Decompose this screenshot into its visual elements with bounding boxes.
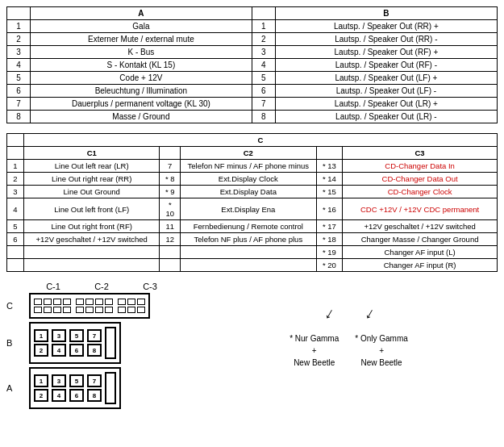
row-label-b: Lautsp. / Speaker Out (LF) - <box>275 85 497 98</box>
pin-b: 5 <box>69 329 84 342</box>
diagram-area: C-1 C-2 C-3 C <box>6 282 498 443</box>
row-c3: Changer Masse / Changer Ground <box>343 233 498 246</box>
row-c2: Telefon NF minus / AF phone minus <box>181 160 317 173</box>
table-row: 6 Beleuchtung / Illumination 6 Lautsp. /… <box>7 85 498 98</box>
pin-a: 6 <box>69 389 84 402</box>
pin-a: 3 <box>52 374 66 387</box>
row-c3-num: * 18 <box>316 233 343 246</box>
pin <box>127 299 135 305</box>
row-b-block: B 1 3 5 7 2 4 6 8 <box>6 322 200 364</box>
row-c3-num: * 17 <box>316 220 343 233</box>
row-c-block: C <box>6 293 200 319</box>
section-c: C C1 C2 C3 1 Line Out left rear (LR) 7 T… <box>6 133 498 272</box>
pin <box>63 307 71 313</box>
row-c1: Line Out left rear (LR) <box>23 160 160 173</box>
pin <box>137 307 145 313</box>
row-c1: Line Out left front (LF) <box>23 198 160 220</box>
row-num-a: 6 <box>7 85 31 98</box>
row-num-b: 8 <box>252 111 275 123</box>
row-label-a: K - Bus <box>30 46 252 59</box>
pin <box>34 307 42 313</box>
label-row-b: B <box>6 338 29 348</box>
pin <box>118 307 126 313</box>
row-c1: +12V geschaltet / +12V switched <box>23 233 160 246</box>
row-label-b: Lautsp. / Speaker Out (LR) - <box>275 111 497 123</box>
row-c2: Ext.Display Data <box>181 186 317 198</box>
pin <box>95 299 103 305</box>
table-row: 1 Gala 1 Lautsp. / Speaker Out (RR) + <box>7 20 498 33</box>
pin <box>85 307 94 313</box>
pin-a: 4 <box>52 389 66 402</box>
arrow-left: ↑ <box>320 305 336 325</box>
note-german: * Nur Gamma + New Beetle <box>289 332 339 369</box>
row-num-c: 4 <box>7 198 24 220</box>
row-c1: Line Out right front (RF) <box>23 220 160 233</box>
row-label-b: Lautsp. / Speaker Out (RF) - <box>275 59 497 72</box>
note-german-line3: New Beetle <box>289 357 339 369</box>
row-c2: Fernbedienung / Remote control <box>181 220 317 233</box>
row-num-b: 5 <box>252 72 275 85</box>
row-c2-num: * 8 <box>160 173 181 186</box>
table-row: 3 Line Out Ground * 9 Ext.Display Data *… <box>7 186 498 198</box>
pin <box>44 299 52 305</box>
row-a-block: A 1 3 5 7 2 4 6 8 <box>6 367 200 409</box>
row-label-a: S - Kontakt (KL 15) <box>30 59 252 72</box>
table-row: 4 Line Out left front (LF) * 10 Ext.Disp… <box>7 198 498 220</box>
row-num-a: 1 <box>7 20 31 33</box>
row-num-c: 1 <box>7 160 24 173</box>
arrow-right: ↑ <box>360 305 377 325</box>
row-c2-num <box>160 259 181 272</box>
diagram-right: ↑ ↑ * Nur Gamma + New Beetle * Only Gamm… <box>200 282 498 369</box>
col-b-header: B <box>275 7 497 20</box>
pin-b: 1 <box>34 329 48 342</box>
row-num-b: 7 <box>252 98 275 111</box>
table-row: 5 Line Out right front (RF) 11 Fernbedie… <box>7 220 498 233</box>
row-c1 <box>23 246 160 259</box>
row-c3-num: * 13 <box>316 160 343 173</box>
col-empty <box>7 7 31 20</box>
row-c3: CD-Changer Data Out <box>343 173 498 186</box>
row-c3: CD-Changer Clock <box>343 186 498 198</box>
row-label-b: Lautsp. / Speaker Out (RR) + <box>275 20 497 33</box>
pin <box>53 307 61 313</box>
row-c3: Changer AF input (L) <box>343 246 498 259</box>
table-row: 2 Line Out right rear (RR) * 8 Ext.Displ… <box>7 173 498 186</box>
pin-a: 1 <box>34 374 48 387</box>
table-row: * 19 Changer AF input (L) <box>7 246 498 259</box>
label-row-c: C <box>6 301 29 311</box>
row-num-b: 6 <box>252 85 275 98</box>
pin <box>118 299 126 305</box>
row-c1: Line Out Ground <box>23 186 160 198</box>
row-c3: Changer AF input (R) <box>343 259 498 272</box>
row-num-b: 3 <box>252 46 275 59</box>
row-c3-num: * 16 <box>316 198 343 220</box>
row-c2: Ext.Display Ena <box>181 198 317 220</box>
row-c2 <box>181 246 317 259</box>
col-c-num <box>7 147 24 160</box>
row-num-c <box>7 259 24 272</box>
row-label-b: Lautsp. / Speaker Out (LF) + <box>275 72 497 85</box>
col-c1-header: C1 <box>23 147 160 160</box>
pin <box>44 307 52 313</box>
pin <box>34 299 42 305</box>
row-label-a: Gala <box>30 20 252 33</box>
row-num-c: 3 <box>7 186 24 198</box>
col-c-empty <box>7 134 24 147</box>
table-row: 1 Line Out left rear (LR) 7 Telefon NF m… <box>7 160 498 173</box>
row-num-a: 7 <box>7 98 31 111</box>
col-c2-num <box>160 147 181 160</box>
row-label-a: Code + 12V <box>30 72 252 85</box>
connector-diagram: C-1 C-2 C-3 C <box>6 282 200 443</box>
table-row: 8 Masse / Ground 8 Lautsp. / Speaker Out… <box>7 111 498 123</box>
table-row: * 20 Changer AF input (R) <box>7 259 498 272</box>
row-c3-num: * 14 <box>316 173 343 186</box>
col-a-header: A <box>30 7 252 20</box>
note-german-line2: + <box>289 345 339 357</box>
pin-a: 5 <box>69 374 84 387</box>
row-label-a: Masse / Ground <box>30 111 252 123</box>
row-label-b: Lautsp. / Speaker Out (RF) + <box>275 46 497 59</box>
row-c2 <box>181 259 317 272</box>
pin <box>76 307 84 313</box>
pin-b: 7 <box>87 329 102 342</box>
table-row: 6 +12V geschaltet / +12V switched 12 Tel… <box>7 233 498 246</box>
